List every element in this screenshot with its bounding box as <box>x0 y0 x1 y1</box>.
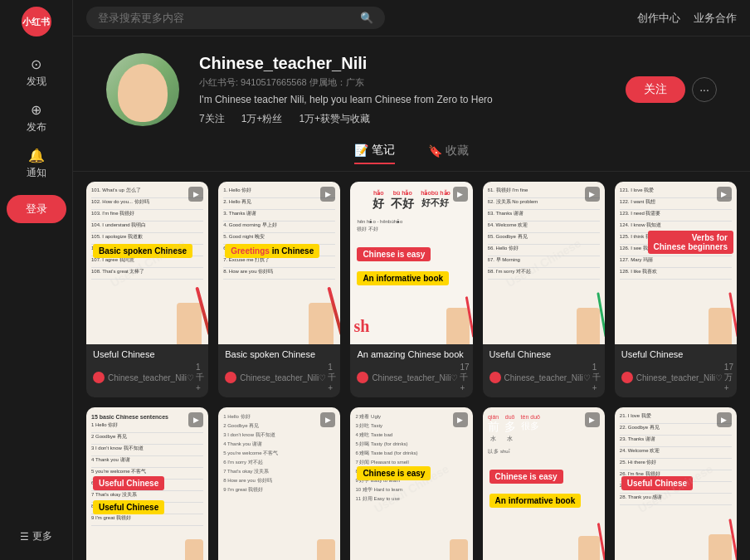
card-6-badge1: Useful Chinese <box>93 476 164 490</box>
card-3-title: An amazing Chinese book <box>357 349 465 359</box>
card-3-likes: ♡ 17千+ <box>450 363 469 392</box>
follow-button[interactable]: 关注 <box>626 76 685 103</box>
card-4-thumb: 61. 我很好 I'm fine 62. 没关系 No problem 63. … <box>483 182 605 344</box>
card-2-badge: Greetings in Chinese <box>225 244 319 258</box>
card-1-corner-icon: ▶ <box>188 187 203 202</box>
author-avatar-5 <box>621 372 633 383</box>
card-5-likes: ♡ 17万+ <box>715 363 733 392</box>
profile-section: Chinese_teacher_Nili 小红书号: 9410517665568… <box>73 37 750 136</box>
more-label: 更多 <box>32 529 52 543</box>
card-5-info: Useful Chinese Chinese_teacher_Nili ♡ 17… <box>615 344 737 397</box>
tab-notes[interactable]: 📝 笔记 <box>354 143 395 164</box>
card-9-badge2: An informative book <box>489 494 582 508</box>
tab-collect[interactable]: 🔖 收藏 <box>428 143 469 164</box>
card-3-corner-icon: ▶ <box>453 187 468 202</box>
notify-icon: 🔔 <box>28 148 45 163</box>
content-area: 101. What's up 怎么了 102. How do you... 你好… <box>73 172 750 560</box>
card-4-corner-icon: ▶ <box>585 187 600 202</box>
card-10[interactable]: 21. I love 我爱 22. Goodbye 再见 23. Thanks … <box>615 407 737 560</box>
card-4[interactable]: 61. 我很好 I'm fine 62. 没关系 No problem 63. … <box>483 182 605 397</box>
profile-actions: 关注 ··· <box>626 76 717 103</box>
card-3-meta: Chinese_teacher_Nili ♡ 17千+ <box>357 363 465 392</box>
card-6-corner-icon: ▶ <box>188 412 203 427</box>
sidebar-bottom: ☰ 更多 <box>20 529 52 553</box>
sidebar-more[interactable]: ☰ 更多 <box>20 529 52 543</box>
logo-text: 小红书 <box>22 16 50 28</box>
card-1-author-name: Chinese_teacher_Nili <box>108 373 187 382</box>
card-3-overlay: Chinese is easy An informative book <box>350 182 472 344</box>
discover-icon: ⊙ <box>31 56 41 72</box>
card-7-thumb: 1 Hello 你好 2 Goodbye 再见 3 I don't know 我… <box>218 407 340 560</box>
search-icon: 🔍 <box>360 12 373 24</box>
card-5-badge: Verbs forChinese beginners <box>648 231 733 254</box>
avatar-face <box>118 64 168 122</box>
card-5-overlay: Verbs forChinese beginners <box>615 182 737 344</box>
card-4-title: Useful Chinese <box>489 349 598 359</box>
card-2[interactable]: 1. Hello 你好 2. Hello 再见 3. Thanks 谢谢 4. … <box>218 182 340 397</box>
card-6-thumb: 15 basic Chinese sentences 1 Hello 你好 2 … <box>86 407 208 560</box>
sidebar-item-publish[interactable]: ⊕ 发布 <box>0 95 72 141</box>
card-9-thumb: qián 前 水 duō 多 水 tèn duō 很多 <box>483 407 605 560</box>
card-3-author: Chinese_teacher_Nili <box>357 372 450 383</box>
sidebar-label-discover: 发现 <box>27 75 46 89</box>
card-8[interactable]: 2 难看 Ugly 3 好吃 Tasty 4 难吃 Taste bad 5 好喝… <box>350 407 472 560</box>
publish-icon: ⊕ <box>31 102 41 118</box>
card-9-badge1: Chinese is easy <box>489 470 563 484</box>
profile-name: Chinese_teacher_Nili <box>199 54 606 73</box>
tab-notes-label: 笔记 <box>372 143 395 158</box>
sidebar-label-notify: 通知 <box>27 166 46 180</box>
card-4-info: Useful Chinese Chinese_teacher_Nili ♡ 1千… <box>483 344 605 397</box>
stat-following: 7关注 <box>199 112 225 126</box>
heart-icon-1: ♡ <box>187 373 194 382</box>
card-4-likes: ♡ 1千+ <box>583 363 601 392</box>
business-link[interactable]: 业务合作 <box>694 11 737 26</box>
card-1[interactable]: 101. What's up 怎么了 102. How do you... 你好… <box>86 182 208 397</box>
card-3-thumb: hǎo 好 bù hǎo 不好 hǎobù hǎo 好不好 <box>350 182 472 344</box>
card-5-thumb: 121. I love 我爱 122. I want 我想 123. I nee… <box>615 182 737 344</box>
login-button[interactable]: 登录 <box>7 195 66 223</box>
card-5-title: Useful Chinese <box>621 349 730 359</box>
card-6[interactable]: 15 basic Chinese sentences 1 Hello 你好 2 … <box>86 407 208 560</box>
search-input[interactable] <box>98 12 353 24</box>
logo[interactable]: 小红书 <box>22 7 51 37</box>
card-6-badge2: Useful Chinese <box>93 500 164 514</box>
card-8-corner-icon: ▶ <box>453 412 468 427</box>
heart-icon-4: ♡ <box>583 373 591 382</box>
author-avatar-2 <box>225 372 236 383</box>
sidebar-label-publish: 发布 <box>27 120 46 134</box>
profile-meta: 小红书号: 9410517665568 伊属地：广东 <box>199 76 606 89</box>
creator-center-link[interactable]: 创作中心 <box>637 11 680 26</box>
card-2-overlay: Greetings in Chinese <box>218 182 340 344</box>
profile-stats: 7关注 1万+粉丝 1万+获赞与收藏 <box>199 112 606 126</box>
card-9-overlay: Chinese is easy An informative book <box>483 407 605 560</box>
search-bar-container[interactable]: 🔍 <box>86 7 385 29</box>
heart-icon-3: ♡ <box>450 373 458 382</box>
profile-info: Chinese_teacher_Nili 小红书号: 9410517665568… <box>199 54 606 126</box>
card-9-corner-icon: ▶ <box>585 412 600 427</box>
card-5-author: Chinese_teacher_Nili <box>621 372 715 383</box>
card-grid: 101. What's up 怎么了 102. How do you... 你好… <box>86 182 737 560</box>
card-8-thumb: 2 难看 Ugly 3 好吃 Tasty 4 难吃 Taste bad 5 好喝… <box>350 407 472 560</box>
card-2-info: Basic spoken Chinese Chinese_teacher_Nil… <box>218 344 340 397</box>
more-options-button[interactable]: ··· <box>692 77 717 102</box>
sidebar-item-discover[interactable]: ⊙ 发现 <box>0 50 72 95</box>
header: 🔍 创作中心 业务合作 <box>73 0 750 37</box>
tab-collect-label: 收藏 <box>446 144 469 158</box>
card-2-corner-icon: ▶ <box>320 187 335 202</box>
card-3-author-name: Chinese_teacher_Nili <box>372 373 450 382</box>
profile-bio: I'm Chinese teacher Nili, help you learn… <box>199 94 606 105</box>
card-5-author-name: Chinese_teacher_Nili <box>636 373 715 382</box>
author-avatar-3 <box>357 372 368 383</box>
card-7[interactable]: 1 Hello 你好 2 Goodbye 再见 3 I don't know 我… <box>218 407 340 560</box>
card-5[interactable]: 121. I love 我爱 122. I want 我想 123. I nee… <box>615 182 737 397</box>
card-3[interactable]: hǎo 好 bù hǎo 不好 hǎobù hǎo 好不好 <box>350 182 472 397</box>
collect-icon: 🔖 <box>428 144 442 158</box>
card-3-badge1: Chinese is easy <box>357 247 431 261</box>
card-9[interactable]: qián 前 水 duō 多 水 tèn duō 很多 <box>483 407 605 560</box>
card-3-badge2: An informative book <box>357 271 449 285</box>
heart-icon-2: ♡ <box>319 373 326 382</box>
card-1-title: Useful Chinese <box>93 349 202 359</box>
card-1-author: Chinese_teacher_Nili <box>93 372 187 383</box>
author-avatar-1 <box>93 372 105 383</box>
sidebar-item-notify[interactable]: 🔔 通知 <box>0 141 72 187</box>
